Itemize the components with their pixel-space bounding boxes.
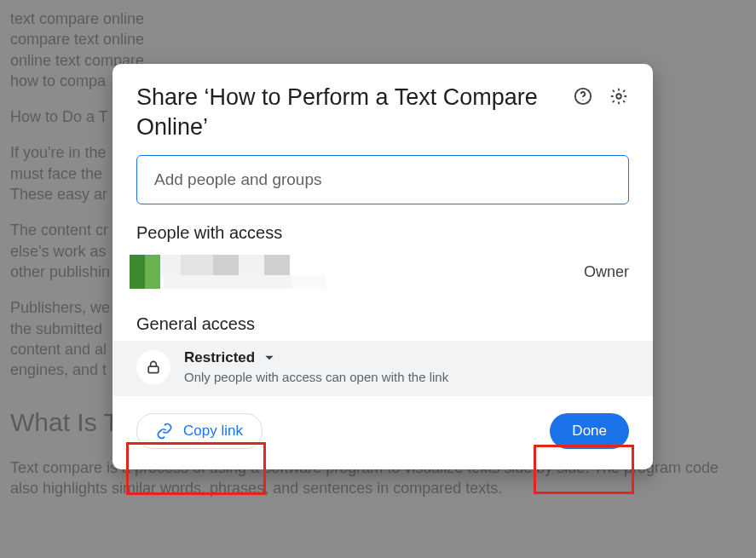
access-level-label: Restricted bbox=[184, 349, 255, 366]
add-people-input[interactable] bbox=[136, 155, 629, 204]
access-level-dropdown[interactable]: Restricted bbox=[184, 349, 448, 366]
owner-role-label: Owner bbox=[584, 263, 629, 281]
general-access-row: Restricted Only people with access can o… bbox=[113, 341, 653, 396]
svg-point-1 bbox=[582, 100, 583, 101]
help-icon[interactable] bbox=[573, 86, 593, 106]
share-dialog: Share ‘How to Perform a Text Compare Onl… bbox=[113, 64, 653, 469]
chevron-down-icon bbox=[263, 352, 275, 364]
gear-icon[interactable] bbox=[609, 86, 629, 106]
link-icon bbox=[156, 423, 173, 440]
lock-icon bbox=[136, 350, 170, 384]
general-access-heading: General access bbox=[113, 296, 653, 341]
person-row: Owner bbox=[113, 250, 653, 296]
done-label: Done bbox=[572, 423, 607, 439]
svg-rect-3 bbox=[148, 366, 159, 373]
dialog-title: Share ‘How to Perform a Text Compare Onl… bbox=[136, 83, 573, 141]
svg-point-2 bbox=[616, 94, 621, 99]
copy-link-label: Copy link bbox=[183, 423, 243, 440]
copy-link-button[interactable]: Copy link bbox=[136, 413, 263, 449]
people-with-access-heading: People with access bbox=[113, 204, 653, 250]
redacted-avatar-name bbox=[130, 255, 297, 289]
done-button[interactable]: Done bbox=[550, 413, 629, 449]
access-level-description: Only people with access can open with th… bbox=[184, 370, 448, 384]
